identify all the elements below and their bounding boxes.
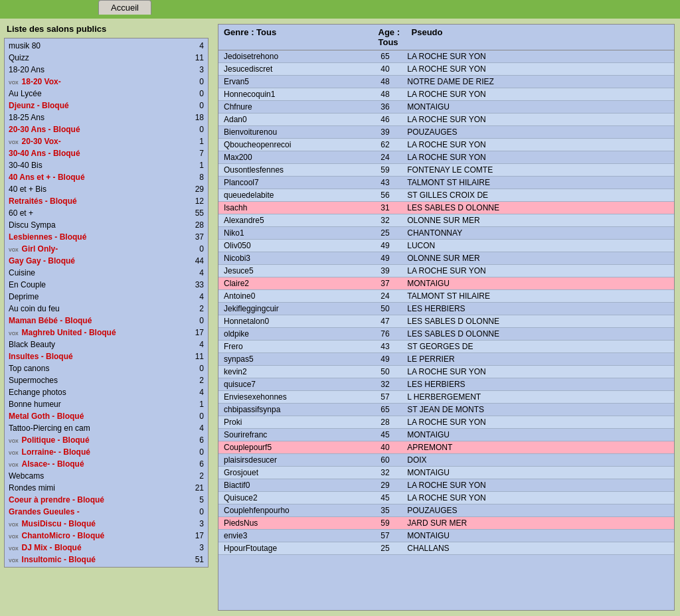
table-row[interactable]: Plancool743TALMONT ST HILAIRE	[218, 177, 674, 189]
salon-item[interactable]: Cuisine4	[5, 267, 208, 279]
table-row[interactable]: Niko125CHANTONNAY	[218, 227, 674, 240]
salon-item[interactable]: Webcams2	[5, 470, 208, 482]
table-row[interactable]: Frero43ST GEORGES DE	[218, 341, 674, 353]
table-row[interactable]: Jekifleggingcuir50LES HERBIERS	[218, 303, 674, 315]
salon-name: Tattoo-Piercing en cam	[9, 424, 188, 433]
salon-item[interactable]: Top canons0	[5, 362, 208, 374]
salon-item[interactable]: vox Insultomic - Bloqué51	[5, 554, 208, 566]
salon-item[interactable]: musik 804	[5, 40, 208, 52]
table-row[interactable]: Isachh31LES SABLES D OLONNE	[218, 202, 674, 214]
table-row[interactable]: Oliv05049LUCON	[218, 240, 674, 252]
table-row[interactable]: Max20024LA ROCHE SUR YON	[218, 151, 674, 164]
user-city: OLONNE SUR MER	[407, 254, 669, 263]
user-pseudo: oldpike	[224, 329, 381, 339]
table-row[interactable]: Ousontlesfennes59FONTENAY LE COMTE	[218, 164, 674, 177]
user-pseudo: Niko1	[224, 228, 381, 238]
user-city: CHANTONNAY	[407, 228, 669, 238]
table-row[interactable]: envie357MONTAIGU	[218, 530, 674, 542]
salon-item[interactable]: Rondes mimi21	[5, 482, 208, 494]
table-row[interactable]: Quisuce245LA ROCHE SUR YON	[218, 492, 674, 504]
salon-item[interactable]: 30-40 Bis1	[5, 159, 208, 171]
table-row[interactable]: HpourFtoutage25CHALLANS	[218, 542, 674, 555]
table-row[interactable]: Ervan548NOTRE DAME DE RIEZ	[218, 76, 674, 88]
salon-item[interactable]: Insultes - Bloqué11	[5, 350, 208, 362]
salon-item[interactable]: Bonne humeur1	[5, 398, 208, 410]
table-row[interactable]: kevin250LA ROCHE SUR YON	[218, 366, 674, 378]
user-pseudo: Biactif0	[224, 481, 381, 490]
table-row[interactable]: oldpike76LES SABLES D OLONNE	[218, 328, 674, 341]
table-row[interactable]: Antoine024TALMONT ST HILAIRE	[218, 290, 674, 303]
salon-item[interactable]: 30-40 Ans - Bloqué7	[5, 147, 208, 159]
table-row[interactable]: Jesuce539LA ROCHE SUR YON	[218, 265, 674, 277]
accueil-tab[interactable]: Accueil	[98, 0, 151, 15]
salon-item[interactable]: En Couple33	[5, 279, 208, 291]
salon-item[interactable]: vox Maghreb United - Bloqué17	[5, 327, 208, 339]
user-age: 59	[381, 165, 407, 175]
salon-item[interactable]: 20-30 Ans - Bloqué0	[5, 123, 208, 135]
user-city: MONTAIGU	[407, 531, 669, 540]
table-row[interactable]: Couplehfenpourho35POUZAUGES	[218, 504, 674, 517]
salon-item[interactable]: 18-20 Ans3	[5, 64, 208, 76]
salon-item[interactable]: Echange photos4	[5, 386, 208, 398]
salon-item[interactable]: Metal Goth - Bloqué0	[5, 410, 208, 422]
salon-name: vox Lorraine- - Bloqué	[9, 447, 188, 457]
table-row[interactable]: Claire237MONTAIGU	[218, 277, 674, 290]
table-row[interactable]: Jedoisetrehono65LA ROCHE SUR YON	[218, 50, 674, 63]
salon-item[interactable]: vox Alsace- - Bloqué6	[5, 458, 208, 470]
table-row[interactable]: Adan046LA ROCHE SUR YON	[218, 114, 674, 126]
salon-item[interactable]: Lesbiennes - Bloqué37	[5, 231, 208, 243]
table-row[interactable]: Couplepourf540APREMONT	[218, 441, 674, 454]
salon-item[interactable]: Tattoo-Piercing en cam4	[5, 422, 208, 434]
user-age: 65	[381, 52, 407, 61]
header-pseudo: Pseudo	[412, 27, 669, 47]
salon-item[interactable]: Discu Sympa28	[5, 219, 208, 231]
salon-item[interactable]: Gay Gay - Bloqué44	[5, 255, 208, 267]
salon-item[interactable]: 18-25 Ans18	[5, 112, 208, 123]
salon-item[interactable]: vox 18-20 Vox-0	[5, 76, 208, 88]
salon-item[interactable]: 40 et + Bis29	[5, 183, 208, 195]
salon-item[interactable]: Au Lycée0	[5, 88, 208, 100]
salon-item[interactable]: vox Lorraine- - Bloqué0	[5, 446, 208, 458]
salon-item[interactable]: 60 et +55	[5, 207, 208, 219]
salon-item[interactable]: Au coin du feu2	[5, 303, 208, 315]
salon-item[interactable]: vox Politique - Bloqué6	[5, 434, 208, 446]
table-row[interactable]: Grosjouet32MONTAIGU	[218, 467, 674, 479]
table-row[interactable]: Biactif029LA ROCHE SUR YON	[218, 479, 674, 492]
table-row[interactable]: Enviesexehonnes57L HERBERGEMENT	[218, 391, 674, 404]
table-row[interactable]: Qboucheopenrecoi62LA ROCHE SUR YON	[218, 139, 674, 151]
salon-item[interactable]: vox ChantoMicro - Bloqué17	[5, 530, 208, 542]
table-row[interactable]: Sourirefranc45MONTAIGU	[218, 429, 674, 441]
salon-count: 2	[188, 304, 204, 313]
salon-item[interactable]: vox 20-30 Vox-1	[5, 135, 208, 147]
salon-item[interactable]: vox Girl Only-0	[5, 243, 208, 255]
user-pseudo: Alexandre5	[224, 216, 381, 225]
user-pseudo: Quisuce2	[224, 493, 381, 502]
table-row[interactable]: PiedsNus59JARD SUR MER	[218, 517, 674, 530]
table-row[interactable]: Honnetalon047LES SABLES D OLONNE	[218, 315, 674, 328]
salon-item[interactable]: 40 Ans et + - Bloqué8	[5, 171, 208, 183]
table-row[interactable]: quisuce732LES HERBIERS	[218, 378, 674, 391]
table-row[interactable]: chbipassifsynpa65ST JEAN DE MONTS	[218, 404, 674, 416]
table-row[interactable]: plaisirsdesucer60DOIX	[218, 454, 674, 467]
salon-item[interactable]: Black Beauty4	[5, 339, 208, 350]
table-row[interactable]: Nicobi349OLONNE SUR MER	[218, 252, 674, 265]
salon-item[interactable]: Grandes Gueules -0	[5, 506, 208, 518]
salon-item[interactable]: Retraités - Bloqué12	[5, 195, 208, 207]
salon-item[interactable]: Maman Bébé - Bloqué0	[5, 315, 208, 327]
salon-item[interactable]: Supermoches2	[5, 374, 208, 386]
table-row[interactable]: Chfnure36MONTAIGU	[218, 101, 674, 114]
salon-item[interactable]: Djeunz - Bloqué0	[5, 100, 208, 112]
table-row[interactable]: Honnecoquin148LA ROCHE SUR YON	[218, 88, 674, 101]
table-row[interactable]: Alexandre532OLONNE SUR MER	[218, 214, 674, 227]
table-row[interactable]: Jesucediscret40LA ROCHE SUR YON	[218, 63, 674, 76]
salon-item[interactable]: vox MusiDiscu - Bloqué3	[5, 518, 208, 530]
table-row[interactable]: Bienvoiturenou39POUZAUGES	[218, 126, 674, 139]
salon-item[interactable]: Deprime4	[5, 291, 208, 303]
salon-item[interactable]: vox DJ Mix - Bloqué3	[5, 542, 208, 554]
table-row[interactable]: queuedelabite56ST GILLES CROIX DE	[218, 189, 674, 202]
salon-item[interactable]: Coeur à prendre - Bloqué5	[5, 494, 208, 506]
user-city: LES HERBIERS	[407, 304, 669, 313]
table-row[interactable]: synpas549LE PERRIER	[218, 353, 674, 366]
table-row[interactable]: Proki28LA ROCHE SUR YON	[218, 416, 674, 429]
salon-item[interactable]: Quizz11	[5, 52, 208, 64]
